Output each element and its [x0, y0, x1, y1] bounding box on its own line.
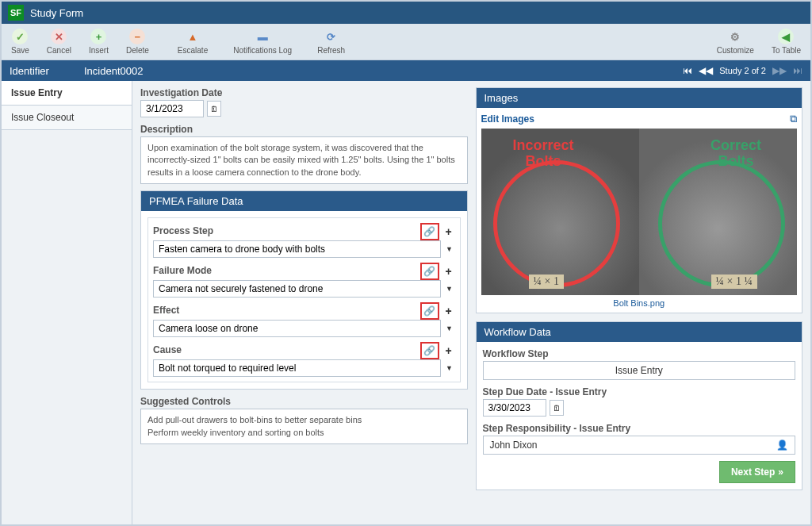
step-responsibility-value[interactable]: John Dixon 👤	[483, 436, 796, 455]
cancel-button[interactable]: ✕ Cancel	[47, 29, 71, 55]
suggested-controls-text[interactable]: Add pull-out drawers to bolt-bins to bet…	[140, 409, 468, 444]
dropdown-icon[interactable]: ▼	[444, 283, 455, 294]
calendar-icon[interactable]: 🗓	[550, 400, 564, 416]
last-icon[interactable]: ⏭	[793, 65, 802, 76]
toolbar-label: Customize	[717, 46, 754, 55]
sidebar: Issue Entry Issue Closeout	[2, 81, 132, 524]
save-button[interactable]: ✓ Save	[11, 29, 29, 55]
panel-header: Workflow Data	[477, 322, 802, 342]
panel-header: Images	[477, 88, 802, 108]
button-label: Next Step	[731, 466, 775, 478]
step-due-date-input[interactable]	[483, 399, 546, 417]
prev-icon[interactable]: ◀◀	[699, 65, 713, 76]
effect-input[interactable]	[153, 320, 441, 337]
calendar-icon[interactable]: 🗓	[207, 101, 221, 117]
next-step-button[interactable]: Next Step »	[719, 461, 795, 483]
link-icon[interactable]: 🔗	[423, 225, 436, 238]
to-table-button[interactable]: ◀ To Table	[772, 29, 801, 55]
pfmea-process-step: Process Step 🔗 + ▼	[153, 223, 455, 258]
left-column: Investigation Date 🗓 Description Upon ex…	[140, 87, 468, 518]
suggested-controls-field: Suggested Controls Add pull-out drawers …	[140, 396, 468, 444]
pfmea-failure-mode: Failure Mode 🔗 + ▼	[153, 263, 455, 298]
right-column: Images Edit Images ⧉ Incorrect Bolts Cor…	[476, 87, 803, 518]
refresh-button[interactable]: ⟳ Refresh	[317, 29, 345, 55]
dropdown-icon[interactable]: ▼	[444, 244, 455, 255]
content-area: Investigation Date 🗓 Description Upon ex…	[132, 81, 810, 524]
failure-mode-input[interactable]	[153, 280, 441, 298]
add-icon[interactable]: +	[442, 225, 455, 238]
sidebar-item-issue-closeout[interactable]: Issue Closeout	[2, 106, 132, 130]
process-step-input[interactable]	[153, 240, 441, 258]
escalate-button[interactable]: ▲ Escalate	[178, 29, 208, 55]
workflow-panel: Workflow Data Workflow Step Issue Entry …	[476, 321, 803, 490]
link-icon[interactable]: 🔗	[423, 265, 436, 278]
customize-button[interactable]: ⚙ Customize	[717, 29, 754, 55]
field-label: Cause	[153, 344, 420, 355]
toolbar-label: To Table	[772, 46, 801, 55]
plus-icon: +	[90, 29, 106, 44]
field-label: Failure Mode	[153, 265, 420, 276]
link-highlight: 🔗	[420, 342, 439, 359]
toolbar-label: Cancel	[47, 46, 71, 55]
link-highlight: 🔗	[420, 223, 439, 240]
edit-images-link[interactable]: Edit Images	[481, 113, 534, 125]
toolbar-label: Save	[11, 46, 29, 55]
triangle-icon: ▲	[185, 29, 201, 44]
bin-label-left: ¼ × 1	[529, 275, 564, 289]
field-label: Suggested Controls	[140, 396, 468, 407]
first-icon[interactable]: ⏮	[683, 65, 692, 76]
field-label: Process Step	[153, 225, 420, 236]
window-title: Study Form	[30, 7, 83, 19]
next-icon[interactable]: ▶▶	[772, 65, 787, 76]
gear-icon: ⚙	[727, 29, 743, 44]
toolbar-label: Refresh	[317, 46, 345, 55]
add-icon[interactable]: +	[442, 305, 455, 317]
x-icon: ✕	[51, 29, 67, 44]
insert-button[interactable]: + Insert	[89, 29, 109, 55]
investigation-date-input[interactable]	[140, 100, 204, 117]
cause-input[interactable]	[153, 359, 441, 377]
dropdown-icon[interactable]: ▼	[444, 363, 455, 374]
app-logo: SF	[8, 5, 24, 21]
back-icon: ◀	[778, 29, 794, 44]
chevron-right-icon: »	[778, 466, 783, 478]
main-content: Issue Entry Issue Closeout Investigation…	[2, 81, 810, 524]
dropdown-icon[interactable]: ▼	[444, 323, 455, 334]
pfmea-cause: Cause 🔗 + ▼	[153, 342, 455, 377]
link-icon[interactable]: 🔗	[423, 305, 436, 317]
delete-button[interactable]: − Delete	[126, 29, 149, 55]
person-icon[interactable]: 👤	[776, 440, 788, 451]
toolbar-label: Escalate	[178, 46, 208, 55]
external-link-icon[interactable]: ⧉	[790, 113, 797, 125]
add-icon[interactable]: +	[442, 344, 455, 357]
refresh-icon: ⟳	[324, 29, 339, 44]
toolbar: ✓ Save ✕ Cancel + Insert − Delete ▲ Esca…	[2, 24, 810, 60]
investigation-date-field: Investigation Date 🗓	[140, 87, 468, 117]
identifier-value: Incident0002	[84, 65, 143, 77]
pfmea-block: Process Step 🔗 + ▼	[147, 217, 461, 382]
field-label: Workflow Step	[483, 348, 796, 359]
toolbar-label: Notifications Log	[233, 46, 292, 55]
app-window: SF Study Form ✓ Save ✕ Cancel + Insert −…	[0, 0, 812, 526]
link-highlight: 🔗	[420, 263, 439, 280]
check-icon: ✓	[12, 29, 28, 44]
responsibility-name: John Dixon	[490, 440, 538, 451]
add-icon[interactable]: +	[442, 265, 455, 278]
green-circle-annotation	[658, 160, 785, 287]
minus-icon: −	[129, 29, 145, 44]
toolbar-label: Insert	[89, 46, 109, 55]
link-highlight: 🔗	[420, 302, 439, 320]
identifier-label: Identifier	[10, 65, 81, 77]
workflow-step-value: Issue Entry	[483, 361, 796, 380]
toolbar-label: Delete	[126, 46, 149, 55]
description-text[interactable]: Upon examination of the bolt storage sys…	[140, 136, 468, 184]
link-icon[interactable]: 🔗	[423, 344, 436, 357]
notifications-log-button[interactable]: ▬ Notifications Log	[233, 29, 292, 55]
images-panel: Images Edit Images ⧉ Incorrect Bolts Cor…	[476, 87, 803, 313]
field-label: Step Responsibility - Issue Entry	[483, 423, 796, 434]
sidebar-item-issue-entry[interactable]: Issue Entry	[2, 81, 132, 106]
description-field: Description Upon examination of the bolt…	[140, 124, 468, 184]
identifier-bar: Identifier Incident0002 ⏮ ◀◀ Study 2 of …	[2, 60, 810, 81]
image-preview[interactable]: Incorrect Bolts Correct Bolts ¼ × 1 ¼ × …	[481, 129, 798, 295]
pfmea-panel: PFMEA Failure Data Process Step 🔗 +	[140, 190, 468, 390]
